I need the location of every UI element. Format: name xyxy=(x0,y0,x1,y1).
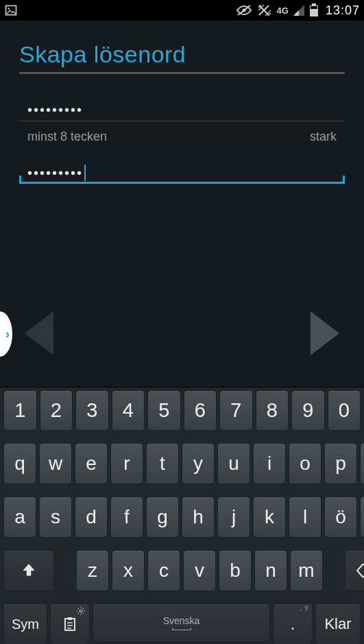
key-g[interactable]: g xyxy=(146,497,179,538)
confirm-password-field[interactable]: ••••••••• xyxy=(19,162,345,184)
key-8[interactable]: 8 xyxy=(256,390,289,431)
key-c[interactable]: c xyxy=(147,550,180,591)
key-w[interactable]: w xyxy=(39,443,72,484)
key-5[interactable]: 5 xyxy=(147,390,181,431)
key-7[interactable]: 7 xyxy=(219,390,253,431)
picture-icon xyxy=(4,3,18,17)
keyboard-settings-key[interactable] xyxy=(50,604,90,644)
password-field[interactable]: ••••••••• xyxy=(19,99,345,121)
key-t[interactable]: t xyxy=(146,443,179,484)
key-j[interactable]: j xyxy=(217,497,250,538)
key-a[interactable]: a xyxy=(3,497,36,538)
key-b[interactable]: b xyxy=(219,550,252,591)
signal-icon xyxy=(293,4,305,16)
key-q[interactable]: q xyxy=(3,443,36,484)
prev-button[interactable] xyxy=(25,311,53,355)
key-3[interactable]: 3 xyxy=(75,390,109,431)
space-bar-icon xyxy=(172,628,191,630)
svg-point-1 xyxy=(8,8,10,10)
password-mask: ••••••••• xyxy=(27,102,83,118)
clock: 13:07 xyxy=(326,3,360,18)
key-z[interactable]: z xyxy=(76,550,109,591)
key-e[interactable]: e xyxy=(75,443,108,484)
period-key[interactable]: - ? . xyxy=(273,604,313,644)
done-key[interactable]: Klar xyxy=(315,604,361,644)
key-h[interactable]: h xyxy=(182,497,215,538)
page-title: Skapa lösenord xyxy=(19,41,345,68)
key-s[interactable]: s xyxy=(39,497,72,538)
title-divider xyxy=(19,72,345,74)
key-row-zxcv: z x c v b n m xyxy=(0,547,364,594)
status-bar: 4G 13:07 xyxy=(0,0,364,21)
strength-label: stark xyxy=(310,130,337,144)
clipboard-icon xyxy=(62,616,78,632)
key-å[interactable]: å xyxy=(360,443,364,484)
key-9[interactable]: 9 xyxy=(291,390,325,431)
key-row-numbers: 1 2 3 4 5 6 7 8 9 0 xyxy=(0,387,364,433)
key-k[interactable]: k xyxy=(253,497,286,538)
backspace-icon xyxy=(356,562,364,579)
main-content: Skapa lösenord ••••••••• minst 8 tecken … xyxy=(0,21,364,184)
sym-key[interactable]: Sym xyxy=(3,604,47,644)
gear-icon xyxy=(76,606,86,616)
key-6[interactable]: 6 xyxy=(184,390,217,431)
key-m[interactable]: m xyxy=(290,550,323,591)
key-f[interactable]: f xyxy=(110,497,143,538)
period-label: . xyxy=(291,615,295,634)
key-x[interactable]: x xyxy=(112,550,145,591)
backspace-key[interactable] xyxy=(345,550,364,591)
shift-key[interactable] xyxy=(3,550,54,591)
key-l[interactable]: l xyxy=(289,497,321,538)
key-n[interactable]: n xyxy=(254,550,287,591)
key-u[interactable]: u xyxy=(217,443,250,484)
period-alt-hint: - ? xyxy=(300,606,308,613)
key-ö[interactable]: ö xyxy=(324,497,357,538)
network-badge: 4G xyxy=(277,5,289,16)
key-o[interactable]: o xyxy=(289,443,321,484)
key-row-qwerty: q w e r t y u i o p å xyxy=(0,440,364,487)
key-d[interactable]: d xyxy=(75,497,108,538)
key-y[interactable]: y xyxy=(182,443,215,484)
key-2[interactable]: 2 xyxy=(40,390,73,431)
min-length-hint: minst 8 tecken xyxy=(27,130,107,144)
space-label: Svenska xyxy=(163,615,200,626)
text-cursor xyxy=(84,165,86,181)
space-key[interactable]: Svenska xyxy=(93,604,270,642)
key-row-bottom: Sym Svenska - ? . Klar xyxy=(0,601,364,644)
eye-off-icon xyxy=(236,3,252,17)
key-0[interactable]: 0 xyxy=(328,390,361,431)
confirm-password-mask: ••••••••• xyxy=(27,165,83,181)
key-1[interactable]: 1 xyxy=(3,390,37,431)
key-p[interactable]: p xyxy=(324,443,357,484)
soft-keyboard: 1 2 3 4 5 6 7 8 9 0 q w e r t y u i o p … xyxy=(0,387,364,644)
key-row-asdf: a s d f g h j k l ö ä xyxy=(0,494,364,540)
key-ä[interactable]: ä xyxy=(360,497,364,538)
svg-point-7 xyxy=(80,610,82,612)
key-4[interactable]: 4 xyxy=(112,390,145,431)
svg-rect-6 xyxy=(311,6,317,9)
svg-rect-9 xyxy=(68,617,72,620)
vibrate-icon xyxy=(256,3,273,17)
svg-rect-5 xyxy=(312,3,316,5)
password-hint-row: minst 8 tecken stark xyxy=(19,128,345,162)
key-v[interactable]: v xyxy=(183,550,216,591)
key-i[interactable]: i xyxy=(253,443,286,484)
shift-icon xyxy=(20,562,38,580)
key-r[interactable]: r xyxy=(110,443,143,484)
nav-arrows xyxy=(0,311,364,355)
battery-icon xyxy=(309,3,319,17)
next-button[interactable] xyxy=(311,311,339,355)
